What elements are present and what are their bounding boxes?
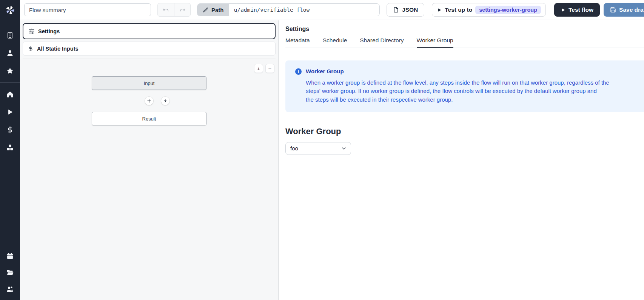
sidebar-divider	[0, 82, 20, 83]
all-static-inputs-item[interactable]: All Static Inputs	[23, 42, 276, 56]
info-text: When a worker group is defined at the fl…	[306, 79, 609, 104]
info-icon: i	[295, 68, 302, 75]
json-button[interactable]: JSON	[387, 3, 424, 17]
worker-group-section-title: Worker Group	[285, 127, 644, 136]
boxes-icon[interactable]	[6, 144, 14, 152]
plus-icon	[147, 99, 151, 103]
info-line: the steps will be executed in their resp…	[306, 96, 609, 104]
info-title: Worker Group	[306, 68, 609, 74]
test-up-to-target-badge: settings-worker-group	[475, 6, 541, 14]
undo-redo-group	[157, 3, 191, 17]
all-static-inputs-label: All Static Inputs	[37, 46, 79, 52]
edit-path-button[interactable]: Path	[197, 4, 229, 16]
undo-button[interactable]	[158, 3, 174, 16]
worker-group-select[interactable]: foo	[285, 142, 351, 155]
tab-metadata[interactable]: Metadata	[285, 37, 310, 48]
folder-open-icon[interactable]	[6, 269, 14, 277]
worker-group-select-value: foo	[290, 145, 298, 152]
trigger-button[interactable]	[161, 97, 169, 105]
test-flow-label: Test flow	[569, 6, 593, 13]
star-icon[interactable]	[6, 67, 14, 75]
info-content: Worker Group When a worker group is defi…	[306, 68, 609, 104]
worker-group-info-box: i Worker Group When a worker group is de…	[285, 60, 644, 112]
play-white-icon	[561, 8, 565, 12]
test-up-to-label: Test up to	[445, 6, 472, 13]
home-icon[interactable]	[6, 90, 14, 98]
calendar-icon[interactable]	[6, 252, 14, 260]
topbar-actions: JSON Test up to settings-worker-group Te…	[387, 3, 644, 17]
play-icon[interactable]	[6, 108, 14, 116]
play-small-icon	[437, 8, 442, 12]
settings-panel-title: Settings	[285, 26, 644, 32]
redo-button[interactable]	[174, 3, 190, 16]
flow-settings-label: Settings	[38, 28, 60, 34]
chevron-down-icon	[341, 145, 347, 152]
undo-icon	[163, 7, 169, 13]
flow-editor-panel: Settings All Static Inputs + − Input	[20, 20, 279, 300]
windmill-logo[interactable]	[0, 0, 20, 20]
settings-tabs: Metadata Schedule Shared Directory Worke…	[285, 37, 644, 48]
file-json-icon	[393, 7, 399, 13]
save-icon	[610, 7, 616, 13]
windmill-logo-icon	[5, 5, 16, 16]
info-line: steps' worker group. If no worker group …	[306, 87, 609, 95]
dollar-small-icon	[28, 46, 34, 51]
save-draft-label: Save draft	[619, 6, 644, 13]
flow-settings-item[interactable]: Settings	[23, 23, 276, 39]
sliders-icon	[28, 28, 35, 34]
tab-shared-directory[interactable]: Shared Directory	[360, 37, 404, 48]
zap-icon	[163, 99, 168, 103]
test-up-to-button[interactable]: Test up to settings-worker-group	[432, 3, 546, 17]
json-label: JSON	[402, 6, 418, 13]
dollar-icon[interactable]	[6, 126, 14, 134]
path-group: Path	[197, 3, 380, 16]
redo-icon	[179, 7, 186, 13]
app-sidebar	[0, 0, 20, 300]
input-node[interactable]: Input	[92, 76, 206, 90]
building-icon[interactable]	[6, 31, 14, 39]
flow-header: Settings All Static Inputs	[20, 20, 278, 59]
path-input[interactable]	[229, 4, 379, 16]
zoom-out-button[interactable]: −	[265, 64, 274, 73]
canvas-zoom-controls: + −	[254, 64, 274, 73]
flow-canvas[interactable]: + − Input Result	[20, 59, 278, 300]
save-draft-button[interactable]: Save draft	[604, 3, 644, 17]
add-step-button[interactable]	[145, 97, 153, 105]
test-flow-button[interactable]: Test flow	[554, 3, 600, 17]
pencil-icon	[203, 7, 208, 13]
settings-panel: Settings Metadata Schedule Shared Direct…	[279, 20, 644, 300]
result-node[interactable]: Result	[92, 112, 206, 125]
tab-worker-group[interactable]: Worker Group	[417, 37, 453, 48]
users-cog-icon[interactable]	[6, 285, 14, 293]
info-line: When a worker group is defined at the fl…	[306, 79, 609, 87]
path-label: Path	[211, 7, 224, 13]
flow-summary-input[interactable]	[24, 3, 151, 16]
user-icon[interactable]	[6, 49, 14, 57]
tab-schedule[interactable]: Schedule	[323, 37, 347, 48]
zoom-in-button[interactable]: +	[254, 64, 263, 73]
topbar: Path JSON Test up to settings-worker-gro…	[20, 0, 644, 20]
